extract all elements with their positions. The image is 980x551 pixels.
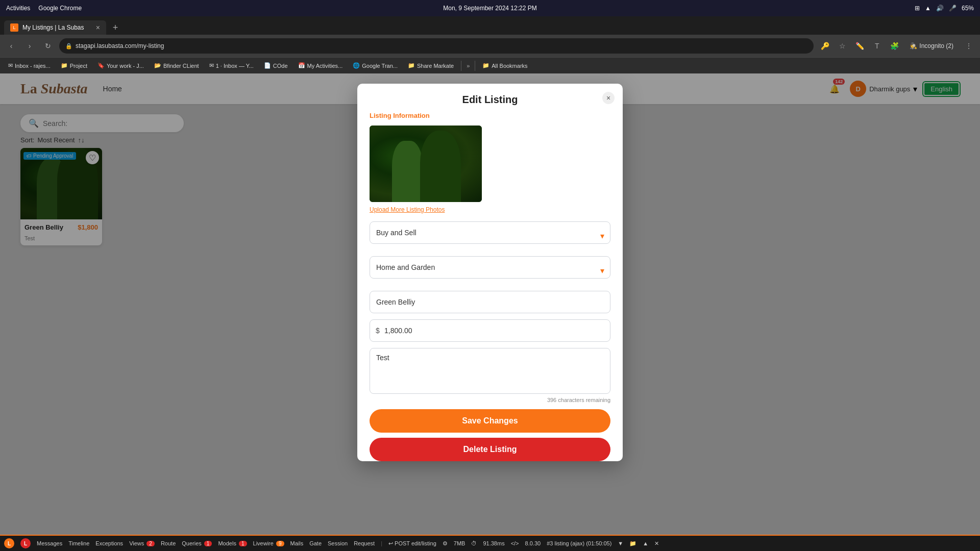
debug-request-info: #3 listing (ajax) (01:50:05) xyxy=(547,540,611,546)
debug-views-count: 2 xyxy=(146,541,155,546)
debug-timeline[interactable]: Timeline xyxy=(68,540,89,546)
debug-exceptions[interactable]: Exceptions xyxy=(95,540,123,546)
debug-models-label: Models xyxy=(218,540,236,546)
debug-livewire-count: 9 xyxy=(276,541,284,546)
forward-button[interactable]: › xyxy=(22,39,37,53)
debug-collapse-icon[interactable]: ▼ xyxy=(618,540,623,546)
wifi-icon: ▲ xyxy=(925,5,931,12)
address-bar[interactable]: 🔒 stagapi.lasubasta.com/my-listing xyxy=(59,38,814,54)
tab-favicon: L xyxy=(10,23,18,32)
debug-request[interactable]: Request xyxy=(354,540,375,546)
inbox2-icon: ✉ xyxy=(209,62,214,69)
debug-models[interactable]: Models 1 xyxy=(218,540,247,546)
bookmark-inbox[interactable]: ✉ Inbox - rajes... xyxy=(4,60,55,72)
description-textarea[interactable] xyxy=(370,348,610,394)
debug-queries-count: 1 xyxy=(204,541,212,546)
bookmark-all[interactable]: 📁 All Bookmarks xyxy=(478,60,531,72)
listing-preview-image xyxy=(370,126,482,202)
category-select[interactable]: Buy and Sell Home and Garden Services Co… xyxy=(370,221,610,244)
bookmark-icon[interactable]: ☆ xyxy=(835,39,849,53)
incognito-label: Incognito (2) xyxy=(919,42,953,49)
debug-mails[interactable]: Mails xyxy=(290,540,304,546)
extension-icon[interactable]: 🧩 xyxy=(887,39,901,53)
active-tab[interactable]: L My Listings | La Subas × xyxy=(4,20,106,35)
debug-views[interactable]: Views 2 xyxy=(129,540,155,546)
bookmarks-separator xyxy=(461,61,461,71)
bfinder-icon: 📂 xyxy=(154,62,161,69)
bookmark-project-label: Project xyxy=(70,63,87,69)
modal-header: Edit Listing × xyxy=(357,84,623,112)
menu-button[interactable]: ⋮ xyxy=(962,39,976,53)
modal-body: Listing Information Upload More Listing … xyxy=(357,112,623,461)
code-icon: 📄 xyxy=(264,62,271,69)
listing-title-input[interactable] xyxy=(370,291,610,313)
bookmarks-more-button[interactable]: » xyxy=(464,63,472,69)
save-changes-button[interactable]: Save Changes xyxy=(370,409,610,433)
incognito-button[interactable]: 🕵 Incognito (2) xyxy=(904,39,959,53)
debug-folder-icon[interactable]: 📁 xyxy=(629,540,636,547)
bookmark-code[interactable]: 📄 COde xyxy=(260,60,292,72)
debug-session[interactable]: Session xyxy=(328,540,348,546)
bookmark-inbox2[interactable]: ✉ 1 · Inbox — Y... xyxy=(205,60,258,72)
bookmarks-bar: ✉ Inbox - rajes... 📁 Project 🔖 Your work… xyxy=(0,57,980,73)
upload-photos-link[interactable]: Upload More Listing Photos xyxy=(370,206,610,213)
battery-label: 65% xyxy=(962,5,974,12)
all-bookmarks-label: All Bookmarks xyxy=(492,63,527,69)
debug-views-label: Views xyxy=(129,540,144,546)
new-tab-button[interactable]: + xyxy=(108,20,122,35)
debug-messages[interactable]: Messages xyxy=(37,540,62,546)
debug-queries-label: Queries xyxy=(182,540,202,546)
address-text[interactable]: stagapi.lasubasta.com/my-listing xyxy=(76,42,164,49)
gmail-icon: ✉ xyxy=(8,62,13,69)
listing-info-label: Listing Information xyxy=(370,112,610,119)
activities-bk-icon: 📅 xyxy=(298,62,305,69)
debug-livewire[interactable]: Livewire 9 xyxy=(253,540,284,546)
debug-logo: L xyxy=(4,538,14,548)
price-input[interactable] xyxy=(370,319,610,342)
bookmark-activities[interactable]: 📅 My Activities... xyxy=(294,60,347,72)
bing-icon: ⊞ xyxy=(915,5,920,12)
subcategory-select-wrapper: Home and Garden Electronics Furniture ▾ xyxy=(370,256,610,285)
debug-bar: L L Messages Timeline Exceptions Views 2… xyxy=(0,535,980,551)
browser-label[interactable]: Google Chrome xyxy=(38,5,82,12)
folder-icon: 📁 xyxy=(61,62,68,69)
bookmarks-separator2 xyxy=(475,61,475,71)
reload-button[interactable]: ↻ xyxy=(41,39,55,53)
bookmark-bfinder-label: Bfinder CLient xyxy=(163,63,199,69)
debug-models-count: 1 xyxy=(239,541,247,546)
bookmark-yourwork[interactable]: 🔖 Your work - J... xyxy=(93,60,148,72)
os-topbar-left: Activities Google Chrome xyxy=(6,5,82,12)
debug-queries[interactable]: Queries 1 xyxy=(182,540,212,546)
browser-toolbar: ‹ › ↻ 🔒 stagapi.lasubasta.com/my-listing… xyxy=(0,35,980,57)
modal-overlay: Edit Listing × Listing Information Uploa… xyxy=(0,73,980,535)
bookmark-project[interactable]: 📁 Project xyxy=(57,60,91,72)
edit-icon[interactable]: ✏️ xyxy=(852,39,867,53)
tab-close-button[interactable]: × xyxy=(96,23,100,32)
bookmark-bfinder[interactable]: 📂 Bfinder CLient xyxy=(150,60,203,72)
currency-symbol: $ xyxy=(376,327,380,335)
extensions-icon[interactable]: 🔑 xyxy=(818,39,832,53)
debug-close-icon[interactable]: ✕ xyxy=(654,540,659,547)
activities-label[interactable]: Activities xyxy=(6,5,30,12)
category-select-wrapper: Buy and Sell Home and Garden Services Co… xyxy=(370,221,610,250)
debug-logo2: L xyxy=(20,538,31,548)
markate-icon: 📁 xyxy=(408,62,415,69)
incognito-icon: 🕵 xyxy=(910,42,917,49)
translate-icon[interactable]: T xyxy=(870,39,884,53)
bookmark-yourwork-label: Your work - J... xyxy=(107,63,144,69)
debug-up-icon[interactable]: ▲ xyxy=(643,540,648,546)
mic-icon: 🎤 xyxy=(949,5,957,12)
os-topbar: Activities Google Chrome Mon, 9 Septembe… xyxy=(0,0,980,16)
lock-icon: 🔒 xyxy=(65,43,72,49)
debug-sep: | xyxy=(381,540,382,546)
delete-listing-button[interactable]: Delete Listing xyxy=(370,438,610,461)
modal-close-button[interactable]: × xyxy=(602,92,615,104)
subcategory-select[interactable]: Home and Garden Electronics Furniture xyxy=(370,256,610,279)
back-button[interactable]: ‹ xyxy=(4,39,18,53)
debug-route[interactable]: Route xyxy=(161,540,176,546)
bookmark-markate[interactable]: 📁 Share Markate xyxy=(404,60,458,72)
bookmark-translate[interactable]: 🌐 Google Tran... xyxy=(349,60,402,72)
debug-time-icon: ⏱ xyxy=(471,540,477,546)
debug-gate[interactable]: Gate xyxy=(309,540,322,546)
bookmark-yourwork-icon: 🔖 xyxy=(97,62,105,69)
